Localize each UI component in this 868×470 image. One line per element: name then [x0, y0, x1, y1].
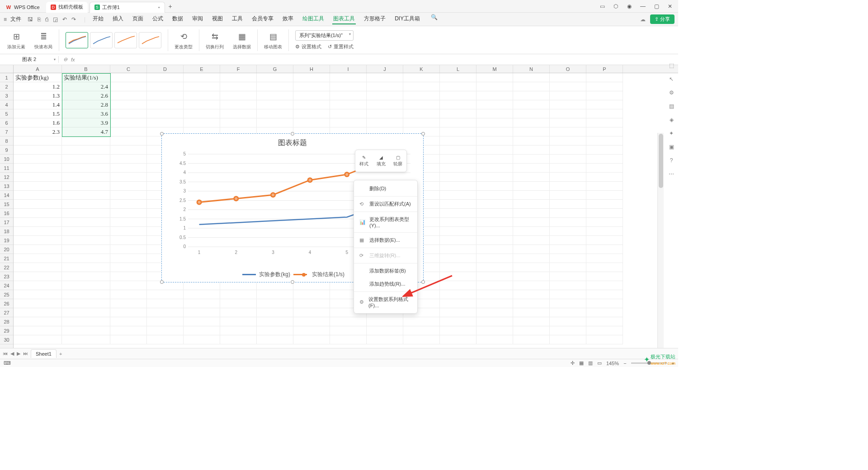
- cell-J4[interactable]: [367, 100, 403, 109]
- move-chart-button[interactable]: ▤ 移动图表: [261, 30, 285, 50]
- cell-C6[interactable]: [110, 118, 147, 127]
- cell-O24[interactable]: [550, 281, 586, 290]
- cell-M5[interactable]: [476, 109, 513, 118]
- cell-H25[interactable]: [293, 290, 330, 299]
- cell-D5[interactable]: [147, 109, 184, 118]
- cell-L28[interactable]: [440, 317, 476, 326]
- cell-M19[interactable]: [476, 236, 513, 245]
- row-header-18[interactable]: 18: [0, 227, 13, 236]
- cell-P29[interactable]: [586, 326, 623, 335]
- cell-N14[interactable]: [513, 191, 550, 200]
- zoom-value[interactable]: 145%: [606, 361, 619, 366]
- cell-E27[interactable]: [184, 308, 220, 317]
- cell-J5[interactable]: [367, 109, 403, 118]
- cell-G6[interactable]: [257, 118, 293, 127]
- cell-L20[interactable]: [440, 245, 476, 254]
- cell-B21[interactable]: [62, 254, 110, 263]
- resize-handle-s[interactable]: [291, 280, 294, 284]
- cell-P13[interactable]: [586, 182, 623, 191]
- cell-M16[interactable]: [476, 209, 513, 218]
- cell-D26[interactable]: [147, 299, 184, 308]
- cell-P18[interactable]: [586, 227, 623, 236]
- cell-O6[interactable]: [550, 118, 586, 127]
- cell-D29[interactable]: [147, 326, 184, 335]
- cell-I1[interactable]: [330, 73, 367, 82]
- cell-C10[interactable]: [110, 155, 147, 164]
- cell-P14[interactable]: [586, 191, 623, 200]
- cell-C30[interactable]: [110, 335, 147, 344]
- cell-A3[interactable]: 1.3: [14, 91, 62, 100]
- ctx-add-trend[interactable]: 添加趋势线(R)...: [354, 277, 417, 291]
- cell-M24[interactable]: [476, 281, 513, 290]
- cell-O10[interactable]: [550, 155, 586, 164]
- cell-O27[interactable]: [550, 308, 586, 317]
- cell-L24[interactable]: [440, 281, 476, 290]
- col-header-H[interactable]: H: [293, 65, 330, 73]
- maximize-button[interactable]: ▢: [653, 3, 660, 9]
- cell-L30[interactable]: [440, 335, 476, 344]
- cell-K30[interactable]: [403, 335, 440, 344]
- avatar-icon[interactable]: ◉: [626, 3, 633, 9]
- cell-A26[interactable]: [14, 299, 62, 308]
- cell-F2[interactable]: [220, 82, 257, 91]
- cell-B1[interactable]: 实验结果(1/s): [62, 73, 110, 82]
- cell-C27[interactable]: [110, 308, 147, 317]
- cell-M11[interactable]: [476, 164, 513, 173]
- preview-icon[interactable]: ◲: [53, 16, 58, 23]
- cell-P19[interactable]: [586, 236, 623, 245]
- col-header-L[interactable]: L: [440, 65, 476, 73]
- set-format-button[interactable]: ⚙设置格式: [295, 43, 321, 50]
- cell-C8[interactable]: [110, 136, 147, 146]
- cell-A28[interactable]: [14, 317, 62, 326]
- sidebar-select-icon[interactable]: ⬚: [669, 62, 674, 69]
- cell-N16[interactable]: [513, 209, 550, 218]
- cell-A11[interactable]: [14, 164, 62, 173]
- tab-data[interactable]: 数据: [171, 14, 184, 24]
- grid-setting-icon[interactable]: ✢: [571, 360, 575, 366]
- cell-N18[interactable]: [513, 227, 550, 236]
- file-menu[interactable]: 文件: [10, 15, 21, 23]
- cell-M26[interactable]: [476, 299, 513, 308]
- cell-B7[interactable]: 4.7: [62, 127, 110, 136]
- mini-fill[interactable]: ◢填充: [373, 150, 390, 172]
- cell-A25[interactable]: [14, 290, 62, 299]
- cell-A5[interactable]: 1.5: [14, 109, 62, 118]
- cell-E2[interactable]: [184, 82, 220, 91]
- cell-P4[interactable]: [586, 100, 623, 109]
- cell-G3[interactable]: [257, 91, 293, 100]
- cell-A7[interactable]: 2.3: [14, 127, 62, 136]
- cell-E4[interactable]: [184, 100, 220, 109]
- cell-O16[interactable]: [550, 209, 586, 218]
- tab-view[interactable]: 视图: [211, 14, 224, 24]
- cell-L17[interactable]: [440, 218, 476, 227]
- row-header-1[interactable]: 1: [0, 73, 13, 82]
- cell-O25[interactable]: [550, 290, 586, 299]
- cell-F24[interactable]: [220, 281, 257, 290]
- cell-C15[interactable]: [110, 200, 147, 209]
- cell-M2[interactable]: [476, 82, 513, 91]
- cell-L23[interactable]: [440, 272, 476, 281]
- cell-H2[interactable]: [293, 82, 330, 91]
- row-header-19[interactable]: 19: [0, 236, 13, 245]
- col-header-M[interactable]: M: [476, 65, 513, 73]
- cell-F28[interactable]: [220, 317, 257, 326]
- cell-F6[interactable]: [220, 118, 257, 127]
- cell-P21[interactable]: [586, 254, 623, 263]
- cell-F29[interactable]: [220, 326, 257, 335]
- cell-A12[interactable]: [14, 173, 62, 182]
- cell-G27[interactable]: [257, 308, 293, 317]
- cell-L25[interactable]: [440, 290, 476, 299]
- fx-area[interactable]: ⊖ fx: [59, 56, 75, 62]
- sidebar-star-icon[interactable]: ✦: [669, 130, 674, 136]
- cell-K2[interactable]: [403, 82, 440, 91]
- cell-N30[interactable]: [513, 335, 550, 344]
- style-thumb-4[interactable]: [139, 32, 161, 48]
- cell-A16[interactable]: [14, 209, 62, 218]
- cell-C25[interactable]: [110, 290, 147, 299]
- cell-M25[interactable]: [476, 290, 513, 299]
- cube-icon[interactable]: ⬡: [612, 3, 619, 9]
- cell-I28[interactable]: [330, 317, 367, 326]
- cell-E6[interactable]: [184, 118, 220, 127]
- cell-O7[interactable]: [550, 127, 586, 136]
- cell-A21[interactable]: [14, 254, 62, 263]
